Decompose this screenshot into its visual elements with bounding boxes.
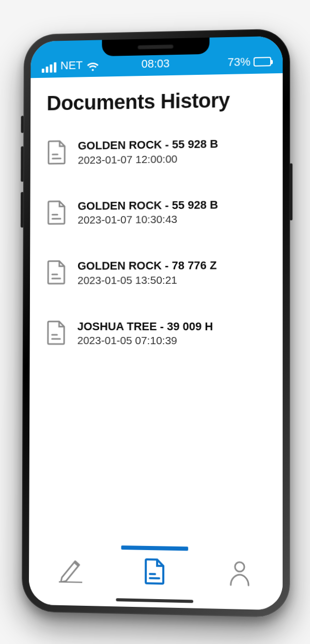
phone-device-frame: NET 08:03 73% Documents His <box>22 28 290 618</box>
home-indicator[interactable] <box>116 598 193 603</box>
screen: NET 08:03 73% Documents His <box>29 36 283 610</box>
nav-indicator <box>38 544 104 549</box>
document-timestamp: 2023-01-07 10:30:43 <box>78 213 218 226</box>
document-icon <box>46 320 66 345</box>
nav-indicator <box>121 545 189 551</box>
document-row[interactable]: JOSHUA TREE - 39 009 H 2023-01-05 07:10:… <box>46 319 266 347</box>
device-notch <box>102 38 209 56</box>
pencil-icon <box>59 557 82 583</box>
person-icon <box>228 560 252 587</box>
device-speaker-grille <box>137 44 173 49</box>
document-row[interactable]: GOLDEN ROCK - 78 776 Z 2023-01-05 13:50:… <box>46 258 266 286</box>
document-row[interactable]: GOLDEN ROCK - 55 928 B 2023-01-07 10:30:… <box>47 197 266 227</box>
document-icon <box>47 200 67 225</box>
status-left-cluster: NET <box>42 58 99 73</box>
document-title: GOLDEN ROCK - 55 928 B <box>78 137 218 153</box>
battery-icon <box>254 57 271 67</box>
page-title: Documents History <box>47 88 266 115</box>
battery-percentage: 73% <box>227 55 250 69</box>
document-text: GOLDEN ROCK - 55 928 B 2023-01-07 12:00:… <box>78 137 219 166</box>
document-timestamp: 2023-01-05 07:10:39 <box>78 334 213 347</box>
document-timestamp: 2023-01-07 12:00:00 <box>78 152 219 166</box>
document-text: GOLDEN ROCK - 78 776 Z 2023-01-05 13:50:… <box>78 259 216 286</box>
status-right-cluster: 73% <box>227 55 271 69</box>
nav-tab-compose[interactable] <box>29 544 113 584</box>
documents-list: GOLDEN ROCK - 55 928 B 2023-01-07 12:00:… <box>46 136 266 347</box>
document-text: JOSHUA TREE - 39 009 H 2023-01-05 07:10:… <box>78 319 213 347</box>
document-text: GOLDEN ROCK - 55 928 B 2023-01-07 10:30:… <box>78 198 218 227</box>
wifi-icon <box>87 61 99 72</box>
content-area: Documents History GOLDEN ROCK - 55 928 B… <box>29 73 283 542</box>
document-title: GOLDEN ROCK - 55 928 B <box>78 198 218 213</box>
nav-tab-profile[interactable] <box>197 547 283 587</box>
document-icon <box>47 140 67 165</box>
document-timestamp: 2023-01-05 13:50:21 <box>78 273 216 286</box>
status-time: 08:03 <box>142 57 170 71</box>
document-icon <box>46 260 66 285</box>
bottom-nav <box>29 538 283 610</box>
nav-tab-documents[interactable] <box>113 545 197 586</box>
document-icon <box>143 558 166 585</box>
phone-bezel: NET 08:03 73% Documents His <box>22 28 290 618</box>
document-title: GOLDEN ROCK - 78 776 Z <box>78 259 216 273</box>
nav-indicator <box>206 547 273 552</box>
document-row[interactable]: GOLDEN ROCK - 55 928 B 2023-01-07 12:00:… <box>47 136 266 167</box>
document-title: JOSHUA TREE - 39 009 H <box>78 319 213 333</box>
cellular-signal-icon <box>42 62 56 73</box>
carrier-label: NET <box>60 59 83 73</box>
svg-point-0 <box>235 562 244 572</box>
